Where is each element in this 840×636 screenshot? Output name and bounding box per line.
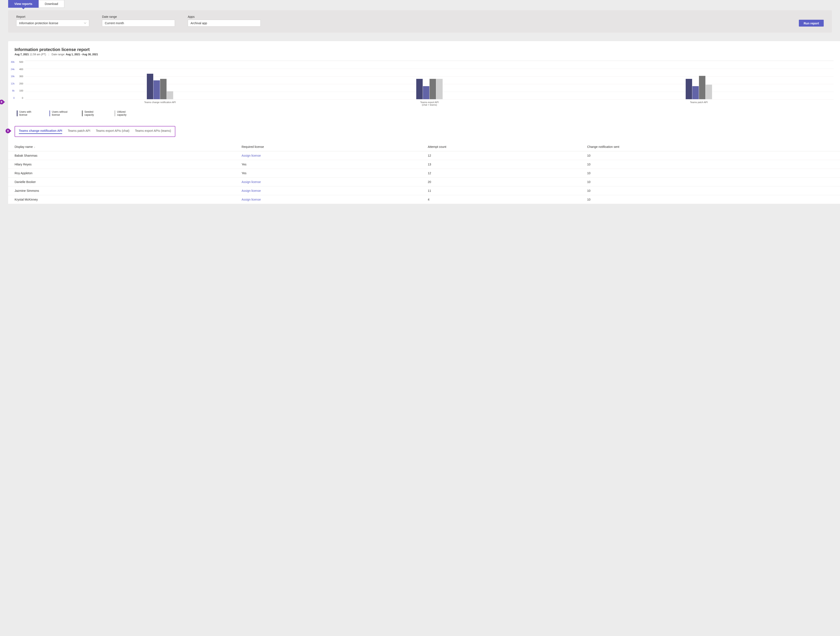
cell-sent: 10	[585, 186, 840, 195]
sort-arrow-icon: ↓	[33, 146, 35, 148]
date-range-label: Date range	[102, 15, 175, 19]
legend-item: Seeded capacity	[82, 110, 102, 117]
chart-bar	[416, 79, 423, 99]
cell-attempt: 12	[426, 169, 585, 177]
assign-license-link[interactable]: Assign license	[242, 180, 261, 184]
cell-sent: 10	[585, 195, 840, 204]
legend-swatch	[17, 110, 17, 116]
legend-label: Users without license	[52, 110, 69, 117]
legend-swatch	[82, 110, 83, 116]
callout-8: 8	[0, 99, 4, 104]
data-tab[interactable]: Teams export APIs (chat)	[96, 129, 129, 134]
cell-sent: 10	[585, 160, 840, 169]
cell-display-name: Babak Shammas	[8, 151, 239, 160]
tab-download[interactable]: Download	[39, 0, 64, 8]
chart-bar	[147, 74, 153, 99]
cell-display-name: Roy Appleton	[8, 169, 239, 177]
table-header[interactable]: Attempt count	[426, 142, 585, 151]
data-tab[interactable]: Teams change notification API	[19, 129, 62, 134]
legend-swatch	[114, 110, 115, 116]
data-table: Display name↓Required licenseAttempt cou…	[8, 142, 840, 204]
cell-attempt: 13	[426, 160, 585, 169]
report-subtitle: Aug 7, 2021 11:59 am (PT) | Date range: …	[14, 53, 834, 56]
cell-attempt: 20	[426, 177, 585, 186]
cell-display-name: Jazmine Simmons	[8, 186, 239, 195]
chart-bar	[429, 79, 436, 99]
callout-9: 9	[6, 129, 10, 133]
cell-display-name: Krystal McKinney	[8, 195, 239, 204]
legend-label: Utilized capacity	[117, 110, 134, 117]
report-title: Information protection license report	[14, 47, 834, 52]
report-card: Information protection license report Au…	[8, 41, 840, 204]
tab-view-reports[interactable]: View reports	[8, 0, 39, 8]
data-tab[interactable]: Teams export APIs (teams)	[135, 129, 171, 134]
chart-bar	[706, 85, 712, 99]
chart-bar	[423, 86, 429, 99]
assign-license-link[interactable]: Assign license	[242, 198, 261, 201]
data-tab[interactable]: Teams patch API	[68, 129, 90, 134]
cell-display-name: Hilary Reyes	[8, 160, 239, 169]
table-row: Krystal McKinneyAssign license410	[8, 195, 840, 204]
run-report-button[interactable]: Run report	[799, 20, 824, 27]
chart-bar	[699, 76, 706, 99]
chevron-down-icon	[84, 22, 86, 24]
report-filter-label: Report	[16, 15, 89, 19]
report-select-value: Information protection license	[19, 21, 58, 25]
cell-license: Yes	[239, 169, 426, 177]
cell-license: Yes	[239, 160, 426, 169]
legend-swatch	[49, 110, 50, 116]
chart-bar	[686, 79, 692, 99]
apps-select[interactable]: Archival app	[188, 20, 261, 27]
apps-value: Archival app	[191, 21, 207, 25]
date-range-select[interactable]: Current month	[102, 20, 175, 27]
cell-attempt: 11	[426, 186, 585, 195]
chart-y-axis-secondary: 5004003002001000	[17, 61, 25, 99]
legend-item: Utilized capacity	[114, 110, 134, 117]
cell-attempt: 4	[426, 195, 585, 204]
legend-item: Users without license	[49, 110, 69, 117]
chart-bar	[160, 79, 167, 99]
table-row: Roy AppletonYes1210	[8, 169, 840, 177]
table-row: Danielle BookerAssign license2010	[8, 177, 840, 186]
chart-y-axis-primary: 30k24k18k12k6k0	[8, 61, 17, 99]
cell-sent: 10	[585, 177, 840, 186]
assign-license-link[interactable]: Assign license	[242, 154, 261, 157]
table-row: Hilary ReyesYes1310	[8, 160, 840, 169]
legend-label: Users with license	[19, 110, 36, 117]
table-header[interactable]: Display name↓	[8, 142, 239, 151]
cell-display-name: Danielle Booker	[8, 177, 239, 186]
filter-bar: Report Information protection license Da…	[8, 10, 832, 33]
report-select[interactable]: Information protection license	[16, 20, 89, 27]
data-tabs: Teams change notification APITeams patch…	[14, 126, 175, 137]
table-row: Jazmine SimmonsAssign license1110	[8, 186, 840, 195]
chart-bar	[167, 91, 173, 99]
table-header[interactable]: Change notification sent	[585, 142, 840, 151]
table-row: Babak ShammasAssign license1210	[8, 151, 840, 160]
chart-plot: Teams change notification APITeams expor…	[25, 61, 834, 99]
chart-bar	[692, 86, 699, 99]
chart-legend: 8 Users with licenseUsers without licens…	[8, 99, 840, 117]
assign-license-link[interactable]: Assign license	[242, 189, 261, 193]
chart-bar	[436, 79, 443, 99]
date-range-value: Current month	[105, 21, 124, 25]
top-tabs: View reports Download	[0, 0, 840, 8]
apps-label: Apps	[188, 15, 261, 19]
chart: 30k24k18k12k6k0 5004003002001000 Teams c…	[8, 56, 840, 99]
legend-item: Users with license	[17, 110, 36, 117]
legend-label: Seeded capacity	[84, 110, 102, 117]
chart-bar	[153, 80, 160, 99]
table-header[interactable]: Required license	[239, 142, 426, 151]
cell-sent: 10	[585, 169, 840, 177]
cell-attempt: 12	[426, 151, 585, 160]
cell-sent: 10	[585, 151, 840, 160]
